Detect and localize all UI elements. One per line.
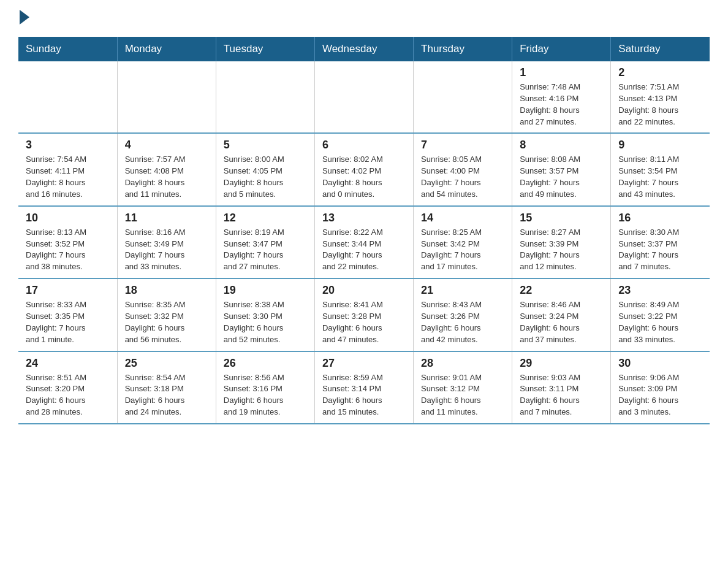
day-info: Sunrise: 8:00 AM Sunset: 4:05 PM Dayligh… xyxy=(224,154,307,200)
weekday-header-wednesday: Wednesday xyxy=(314,37,413,61)
day-number: 10 xyxy=(26,212,110,224)
day-info: Sunrise: 7:51 AM Sunset: 4:13 PM Dayligh… xyxy=(618,82,702,128)
calendar-cell: 27Sunrise: 8:59 AM Sunset: 3:14 PM Dayli… xyxy=(314,351,413,424)
day-number: 13 xyxy=(322,212,406,224)
day-info: Sunrise: 8:13 AM Sunset: 3:52 PM Dayligh… xyxy=(26,227,110,273)
calendar-week-row: 17Sunrise: 8:33 AM Sunset: 3:35 PM Dayli… xyxy=(18,278,710,351)
day-info: Sunrise: 9:03 AM Sunset: 3:11 PM Dayligh… xyxy=(520,372,603,418)
day-info: Sunrise: 8:38 AM Sunset: 3:30 PM Dayligh… xyxy=(224,299,307,345)
calendar-cell: 24Sunrise: 8:51 AM Sunset: 3:20 PM Dayli… xyxy=(18,351,117,424)
day-number: 16 xyxy=(618,212,702,224)
calendar-cell: 29Sunrise: 9:03 AM Sunset: 3:11 PM Dayli… xyxy=(512,351,611,424)
day-number: 19 xyxy=(224,284,307,297)
weekday-header-friday: Friday xyxy=(512,37,611,61)
calendar-cell: 5Sunrise: 8:00 AM Sunset: 4:05 PM Daylig… xyxy=(216,133,314,205)
calendar-cell: 4Sunrise: 7:57 AM Sunset: 4:08 PM Daylig… xyxy=(117,133,216,205)
day-info: Sunrise: 8:02 AM Sunset: 4:02 PM Dayligh… xyxy=(322,154,406,200)
day-number: 30 xyxy=(618,357,702,370)
day-number: 28 xyxy=(421,357,504,370)
calendar-cell: 22Sunrise: 8:46 AM Sunset: 3:24 PM Dayli… xyxy=(512,278,611,351)
day-number: 27 xyxy=(322,357,406,370)
calendar-cell: 18Sunrise: 8:35 AM Sunset: 3:32 PM Dayli… xyxy=(117,278,216,351)
day-info: Sunrise: 8:49 AM Sunset: 3:22 PM Dayligh… xyxy=(618,299,702,345)
day-info: Sunrise: 8:56 AM Sunset: 3:16 PM Dayligh… xyxy=(224,372,307,418)
calendar-cell: 12Sunrise: 8:19 AM Sunset: 3:47 PM Dayli… xyxy=(216,206,314,278)
day-number: 25 xyxy=(125,357,208,370)
day-number: 22 xyxy=(520,284,603,297)
day-info: Sunrise: 8:33 AM Sunset: 3:35 PM Dayligh… xyxy=(26,299,110,345)
calendar-cell: 25Sunrise: 8:54 AM Sunset: 3:18 PM Dayli… xyxy=(117,351,216,424)
calendar-cell: 20Sunrise: 8:41 AM Sunset: 3:28 PM Dayli… xyxy=(314,278,413,351)
calendar-cell xyxy=(18,61,117,133)
calendar-cell: 19Sunrise: 8:38 AM Sunset: 3:30 PM Dayli… xyxy=(216,278,314,351)
calendar-table: SundayMondayTuesdayWednesdayThursdayFrid… xyxy=(18,37,710,424)
calendar-cell: 23Sunrise: 8:49 AM Sunset: 3:22 PM Dayli… xyxy=(611,278,710,351)
day-number: 21 xyxy=(421,284,504,297)
calendar-cell xyxy=(216,61,314,133)
calendar-cell: 16Sunrise: 8:30 AM Sunset: 3:37 PM Dayli… xyxy=(611,206,710,278)
weekday-header-row: SundayMondayTuesdayWednesdayThursdayFrid… xyxy=(18,37,710,61)
calendar-cell: 8Sunrise: 8:08 AM Sunset: 3:57 PM Daylig… xyxy=(512,133,611,205)
logo-arrow-icon xyxy=(20,10,29,25)
calendar-header: SundayMondayTuesdayWednesdayThursdayFrid… xyxy=(18,37,710,61)
day-number: 5 xyxy=(224,139,307,151)
day-info: Sunrise: 8:25 AM Sunset: 3:42 PM Dayligh… xyxy=(421,227,504,273)
day-info: Sunrise: 8:30 AM Sunset: 3:37 PM Dayligh… xyxy=(618,227,702,273)
calendar-cell: 13Sunrise: 8:22 AM Sunset: 3:44 PM Dayli… xyxy=(314,206,413,278)
day-info: Sunrise: 8:41 AM Sunset: 3:28 PM Dayligh… xyxy=(322,299,406,345)
calendar-week-row: 10Sunrise: 8:13 AM Sunset: 3:52 PM Dayli… xyxy=(18,206,710,278)
day-number: 29 xyxy=(520,357,603,370)
calendar-cell: 7Sunrise: 8:05 AM Sunset: 4:00 PM Daylig… xyxy=(414,133,512,205)
calendar-cell: 2Sunrise: 7:51 AM Sunset: 4:13 PM Daylig… xyxy=(611,61,710,133)
calendar-cell: 10Sunrise: 8:13 AM Sunset: 3:52 PM Dayli… xyxy=(18,206,117,278)
calendar-cell: 30Sunrise: 9:06 AM Sunset: 3:09 PM Dayli… xyxy=(611,351,710,424)
calendar-cell: 14Sunrise: 8:25 AM Sunset: 3:42 PM Dayli… xyxy=(414,206,512,278)
calendar-cell: 15Sunrise: 8:27 AM Sunset: 3:39 PM Dayli… xyxy=(512,206,611,278)
day-info: Sunrise: 8:22 AM Sunset: 3:44 PM Dayligh… xyxy=(322,227,406,273)
calendar-cell: 28Sunrise: 9:01 AM Sunset: 3:12 PM Dayli… xyxy=(414,351,512,424)
day-number: 11 xyxy=(125,212,208,224)
day-number: 2 xyxy=(618,66,702,79)
logo xyxy=(18,12,29,25)
day-info: Sunrise: 7:57 AM Sunset: 4:08 PM Dayligh… xyxy=(125,154,208,200)
day-info: Sunrise: 8:19 AM Sunset: 3:47 PM Dayligh… xyxy=(224,227,307,273)
day-info: Sunrise: 8:08 AM Sunset: 3:57 PM Dayligh… xyxy=(520,154,603,200)
day-info: Sunrise: 8:51 AM Sunset: 3:20 PM Dayligh… xyxy=(26,372,110,418)
calendar-cell xyxy=(117,61,216,133)
day-info: Sunrise: 8:54 AM Sunset: 3:18 PM Dayligh… xyxy=(125,372,208,418)
calendar-week-row: 3Sunrise: 7:54 AM Sunset: 4:11 PM Daylig… xyxy=(18,133,710,205)
day-info: Sunrise: 8:05 AM Sunset: 4:00 PM Dayligh… xyxy=(421,154,504,200)
calendar-week-row: 24Sunrise: 8:51 AM Sunset: 3:20 PM Dayli… xyxy=(18,351,710,424)
weekday-header-thursday: Thursday xyxy=(414,37,512,61)
day-number: 17 xyxy=(26,284,110,297)
day-info: Sunrise: 8:59 AM Sunset: 3:14 PM Dayligh… xyxy=(322,372,406,418)
weekday-header-sunday: Sunday xyxy=(18,37,117,61)
calendar-cell: 26Sunrise: 8:56 AM Sunset: 3:16 PM Dayli… xyxy=(216,351,314,424)
day-info: Sunrise: 8:43 AM Sunset: 3:26 PM Dayligh… xyxy=(421,299,504,345)
day-number: 26 xyxy=(224,357,307,370)
calendar-body: 1Sunrise: 7:48 AM Sunset: 4:16 PM Daylig… xyxy=(18,61,710,424)
day-number: 7 xyxy=(421,139,504,151)
day-info: Sunrise: 8:27 AM Sunset: 3:39 PM Dayligh… xyxy=(520,227,603,273)
day-info: Sunrise: 8:16 AM Sunset: 3:49 PM Dayligh… xyxy=(125,227,208,273)
day-number: 23 xyxy=(618,284,702,297)
weekday-header-monday: Monday xyxy=(117,37,216,61)
calendar-cell xyxy=(314,61,413,133)
day-number: 1 xyxy=(520,66,603,79)
calendar-cell: 1Sunrise: 7:48 AM Sunset: 4:16 PM Daylig… xyxy=(512,61,611,133)
day-info: Sunrise: 7:48 AM Sunset: 4:16 PM Dayligh… xyxy=(520,82,603,128)
day-number: 15 xyxy=(520,212,603,224)
calendar-cell: 3Sunrise: 7:54 AM Sunset: 4:11 PM Daylig… xyxy=(18,133,117,205)
day-info: Sunrise: 9:06 AM Sunset: 3:09 PM Dayligh… xyxy=(618,372,702,418)
day-number: 9 xyxy=(618,139,702,151)
calendar-cell xyxy=(414,61,512,133)
calendar-cell: 11Sunrise: 8:16 AM Sunset: 3:49 PM Dayli… xyxy=(117,206,216,278)
day-info: Sunrise: 8:46 AM Sunset: 3:24 PM Dayligh… xyxy=(520,299,603,345)
day-number: 24 xyxy=(26,357,110,370)
day-number: 6 xyxy=(322,139,406,151)
day-number: 12 xyxy=(224,212,307,224)
page-header xyxy=(18,12,710,25)
day-number: 4 xyxy=(125,139,208,151)
calendar-cell: 17Sunrise: 8:33 AM Sunset: 3:35 PM Dayli… xyxy=(18,278,117,351)
calendar-week-row: 1Sunrise: 7:48 AM Sunset: 4:16 PM Daylig… xyxy=(18,61,710,133)
